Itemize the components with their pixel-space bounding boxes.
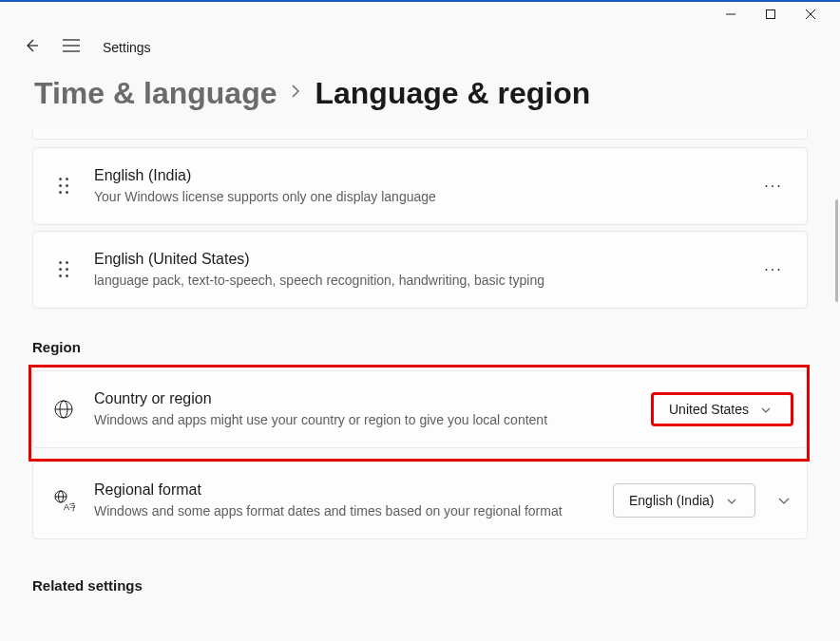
language-card[interactable]: English (United States) language pack, t… [32, 231, 808, 309]
setting-desc: Windows and some apps format dates and t… [94, 502, 594, 521]
topbar: Settings [0, 32, 840, 63]
maximize-button[interactable] [764, 8, 777, 21]
setting-title: Regional format [94, 480, 594, 500]
country-region-card[interactable]: Country or region Windows and apps might… [32, 370, 808, 448]
scrollbar[interactable] [835, 199, 838, 302]
titlebar [0, 2, 840, 32]
language-desc: Your Windows license supports only one d… [94, 188, 740, 207]
card-partial [32, 130, 808, 140]
chevron-down-icon [726, 492, 737, 509]
breadcrumb-current: Language & region [315, 76, 590, 111]
globe-icon [52, 399, 75, 420]
language-card[interactable]: English (India) Your Windows license sup… [32, 147, 808, 225]
app-title: Settings [103, 40, 151, 55]
svg-text:A字: A字 [64, 502, 75, 512]
drag-handle-icon[interactable] [52, 261, 75, 278]
regional-format-dropdown[interactable]: English (India) [613, 483, 755, 518]
window-controls [724, 8, 840, 21]
expand-button[interactable] [774, 496, 793, 505]
dropdown-value: English (India) [629, 493, 715, 508]
language-name: English (India) [94, 165, 740, 186]
chevron-down-icon [760, 401, 772, 418]
svg-rect-1 [767, 10, 775, 19]
dropdown-value: United States [669, 402, 749, 417]
related-settings-header: Related settings [32, 577, 808, 594]
globe-translate-icon: A字 [52, 489, 75, 512]
close-button[interactable] [804, 8, 817, 21]
nav-menu-button[interactable] [63, 39, 80, 56]
country-dropdown[interactable]: United States [651, 392, 793, 426]
regional-format-card[interactable]: A字 Regional format Windows and some apps… [32, 462, 808, 539]
region-header: Region [32, 339, 808, 355]
language-desc: language pack, text-to-speech, speech re… [94, 272, 740, 291]
breadcrumb-parent[interactable]: Time & language [34, 76, 277, 111]
more-options-button[interactable]: ··· [759, 178, 788, 195]
minimize-button[interactable] [724, 8, 737, 21]
language-name: English (United States) [94, 249, 740, 270]
drag-handle-icon[interactable] [52, 178, 75, 195]
more-options-button[interactable]: ··· [759, 261, 788, 278]
setting-desc: Windows and apps might use your country … [94, 411, 632, 430]
back-button[interactable] [23, 37, 40, 58]
breadcrumb: Time & language Language & region [0, 63, 840, 130]
chevron-right-icon [290, 83, 301, 104]
setting-title: Country or region [94, 388, 632, 409]
